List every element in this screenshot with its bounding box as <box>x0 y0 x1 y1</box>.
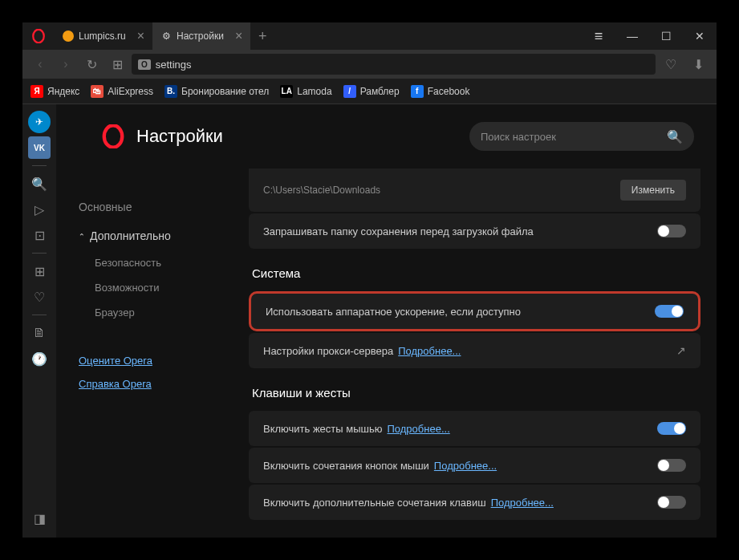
help-opera-link[interactable]: Справка Opera <box>79 372 249 396</box>
proxy-settings-row[interactable]: Настройки прокси-сервера Подробнее... ↗ <box>249 333 700 368</box>
rocker-gestures-toggle[interactable] <box>657 459 686 472</box>
setting-label: Включить сочетания кнопок мыши <box>263 460 429 472</box>
proxy-learn-more-link[interactable]: Подробнее... <box>398 345 461 357</box>
rocker-gestures-row[interactable]: Включить сочетания кнопок мыши Подробнее… <box>249 448 700 483</box>
page-title: Настройки <box>136 126 223 147</box>
bookmark-rambler[interactable]: /Рамблер <box>343 85 400 98</box>
close-icon[interactable]: × <box>235 29 242 43</box>
gear-icon: ⚙ <box>160 30 172 42</box>
svg-point-1 <box>104 125 123 148</box>
nav-advanced[interactable]: ⌄Дополнительно <box>79 221 249 250</box>
reload-button[interactable]: ↻ <box>80 53 103 75</box>
tab-settings[interactable]: ⚙ Настройки × <box>152 22 250 50</box>
personal-news-icon[interactable]: ▷ <box>28 198 51 221</box>
telegram-icon[interactable]: ✈ <box>28 111 51 133</box>
sidebar-settings-icon[interactable]: ◨ <box>28 507 51 530</box>
settings-search[interactable]: 🔍 <box>469 122 694 151</box>
sidebar: ✈ VK 🔍 ▷ ⊡ ⊞ ♡ 🗎 🕐 ◨ <box>22 104 56 538</box>
close-icon[interactable]: × <box>137 29 144 43</box>
tab-label: Lumpics.ru <box>79 30 126 42</box>
system-section-title: Система <box>252 266 700 280</box>
search-icon: 🔍 <box>667 129 683 144</box>
download-path: C:\Users\Stacie\Downloads <box>263 185 380 196</box>
bookmarks-icon[interactable]: ♡ <box>28 286 51 308</box>
settings-main: C:\Users\Stacie\Downloads Изменить Запра… <box>249 168 717 538</box>
minimize-button[interactable]: — <box>615 22 649 50</box>
nav-main[interactable]: Основные <box>79 193 249 221</box>
bookmark-aliexpress[interactable]: 🛍AliExpress <box>91 85 153 98</box>
close-window-button[interactable]: ✕ <box>683 22 717 50</box>
setting-label: Использовать аппаратное ускорение, если … <box>266 306 521 318</box>
forward-button[interactable]: › <box>55 53 77 75</box>
yandex-icon: Я <box>30 85 43 98</box>
search-icon[interactable]: 🔍 <box>28 172 51 195</box>
speed-dial-button[interactable]: ⊞ <box>106 53 128 75</box>
mouse-gestures-row[interactable]: Включить жесты мышью Подробнее... <box>249 411 700 446</box>
bookmark-lamoda[interactable]: LALamoda <box>280 85 331 98</box>
vk-icon[interactable]: VK <box>28 136 51 159</box>
back-button[interactable]: ‹ <box>29 53 51 75</box>
kb-learn-more-link[interactable]: Подробнее... <box>491 497 554 509</box>
speed-dial-icon[interactable]: ⊞ <box>28 260 51 282</box>
bookmark-yandex[interactable]: ЯЯндекс <box>30 85 79 98</box>
lamoda-icon: LA <box>280 85 293 98</box>
snapshot-icon[interactable]: ⊡ <box>28 224 51 246</box>
clock-icon[interactable]: 🕐 <box>28 347 51 370</box>
tab-label: Настройки <box>177 30 224 42</box>
bookmark-facebook[interactable]: fFacebook <box>411 85 470 98</box>
change-location-button[interactable]: Изменить <box>620 180 686 201</box>
mouse-gestures-learn-more-link[interactable]: Подробнее... <box>388 423 450 435</box>
favicon-icon <box>63 30 74 42</box>
tab-lumpics[interactable]: Lumpics.ru × <box>55 22 152 50</box>
facebook-icon: f <box>411 85 424 98</box>
bookmark-booking[interactable]: B.Бронирование отел <box>164 85 269 98</box>
url-text: settings <box>156 59 192 71</box>
opera-logo-icon <box>101 124 125 148</box>
setting-label: Включить дополнительные сочетания клавиш <box>263 497 486 509</box>
bookmark-heart-button[interactable]: ♡ <box>659 53 683 75</box>
advanced-kb-row[interactable]: Включить дополнительные сочетания клавиш… <box>249 485 700 520</box>
setting-label: Настройки прокси-сервера <box>263 345 393 357</box>
aliexpress-icon: 🛍 <box>91 85 104 98</box>
opera-icon <box>31 29 46 43</box>
svg-point-0 <box>33 30 44 43</box>
hardware-acceleration-row[interactable]: Использовать аппаратное ускорение, если … <box>249 291 700 331</box>
rate-opera-link[interactable]: Оцените Opera <box>79 349 249 372</box>
chevron-up-icon: ⌄ <box>79 232 85 241</box>
booking-icon: B. <box>164 85 177 98</box>
nav-browser[interactable]: Браузер <box>79 300 249 325</box>
downloads-button[interactable]: ⬇ <box>686 53 710 75</box>
rambler-icon: / <box>343 85 356 98</box>
opera-badge-icon: O <box>138 59 151 70</box>
hardware-acceleration-toggle[interactable] <box>655 305 684 318</box>
maximize-button[interactable]: ☐ <box>649 22 683 50</box>
bookmarks-bar: ЯЯндекс 🛍AliExpress B.Бронирование отел … <box>22 79 717 104</box>
nav-security[interactable]: Безопасность <box>79 250 249 275</box>
ask-download-toggle[interactable] <box>657 225 686 237</box>
search-input[interactable] <box>481 131 660 143</box>
new-tab-button[interactable]: + <box>250 22 274 50</box>
address-bar[interactable]: O settings <box>132 54 656 75</box>
setting-label: Запрашивать папку сохранения перед загру… <box>263 225 534 237</box>
rocker-learn-more-link[interactable]: Подробнее... <box>434 460 497 472</box>
advanced-kb-toggle[interactable] <box>657 496 686 509</box>
easy-setup-button[interactable]: ≡ <box>582 22 615 50</box>
opera-menu-button[interactable] <box>22 22 55 50</box>
mouse-gestures-toggle[interactable] <box>657 422 686 435</box>
ask-download-location-row[interactable]: Запрашивать папку сохранения перед загру… <box>249 213 700 249</box>
settings-nav: Основные ⌄Дополнительно Безопасность Воз… <box>56 168 249 538</box>
setting-label: Включить жесты мышью <box>263 423 383 435</box>
download-location-row: C:\Users\Stacie\Downloads Изменить <box>249 168 700 212</box>
external-link-icon: ↗ <box>676 344 686 357</box>
nav-features[interactable]: Возможности <box>79 275 249 300</box>
history-icon[interactable]: 🗎 <box>28 322 51 344</box>
gestures-section-title: Клавиши и жесты <box>252 386 700 400</box>
